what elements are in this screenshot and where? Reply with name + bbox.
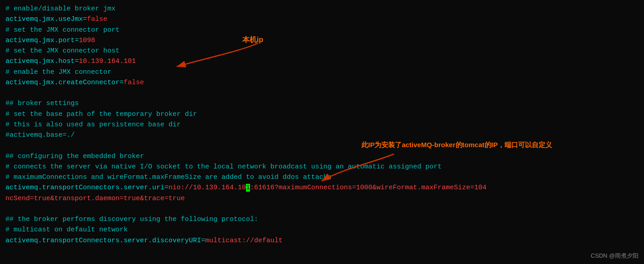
- watermark: CSDN @雨煮夕阳: [591, 251, 639, 260]
- code-line: # set the JMX connector host: [5, 46, 639, 56]
- code-lines-container: # enable/disable broker jmxactivemq.jmx.…: [5, 4, 639, 246]
- code-line: ## broker settings: [5, 98, 639, 109]
- code-line: activemq.jmx.host=10.139.164.101: [5, 56, 639, 67]
- code-line: activemq.transportConnectors.server.uri=…: [5, 182, 639, 193]
- code-line: # set the JMX connector port: [5, 25, 639, 35]
- code-line: ncSend=true&transport.daemon=true&trace=…: [5, 193, 639, 204]
- code-line: activemq.transportConnectors.server.disc…: [5, 235, 639, 246]
- code-line: activemq.jmx.useJmx=false: [5, 14, 639, 24]
- code-line: # set the base path of the temporary bro…: [5, 109, 639, 120]
- code-line: ## the broker performs discovery using t…: [5, 214, 639, 225]
- code-line: # enable/disable broker jmx: [5, 4, 639, 14]
- code-line: # connects the server via native I/O soc…: [5, 162, 639, 172]
- code-editor: # enable/disable broker jmxactivemq.jmx.…: [0, 0, 644, 264]
- code-line: # this is also used as persistence base …: [5, 120, 639, 130]
- code-line: activemq.jmx.port=1098: [5, 35, 639, 46]
- code-line: ## configuring the embedded broker: [5, 151, 639, 162]
- code-line: # maximumConnections and wireFormat.maxF…: [5, 172, 639, 182]
- code-line: # enable the JMX connector: [5, 67, 639, 77]
- annotation-local-ip: 本机ip: [242, 34, 263, 46]
- code-line: [5, 88, 639, 98]
- code-line: # multicast on default network: [5, 225, 639, 235]
- code-line: #activemq.base=./: [5, 130, 639, 140]
- code-line: [5, 204, 639, 214]
- code-line: activemq.jmx.createConnector=false: [5, 77, 639, 88]
- annotation-broker-ip: 此IP为安装了activeMQ-broker的tomcat的IP，端口可以自定义: [361, 139, 552, 150]
